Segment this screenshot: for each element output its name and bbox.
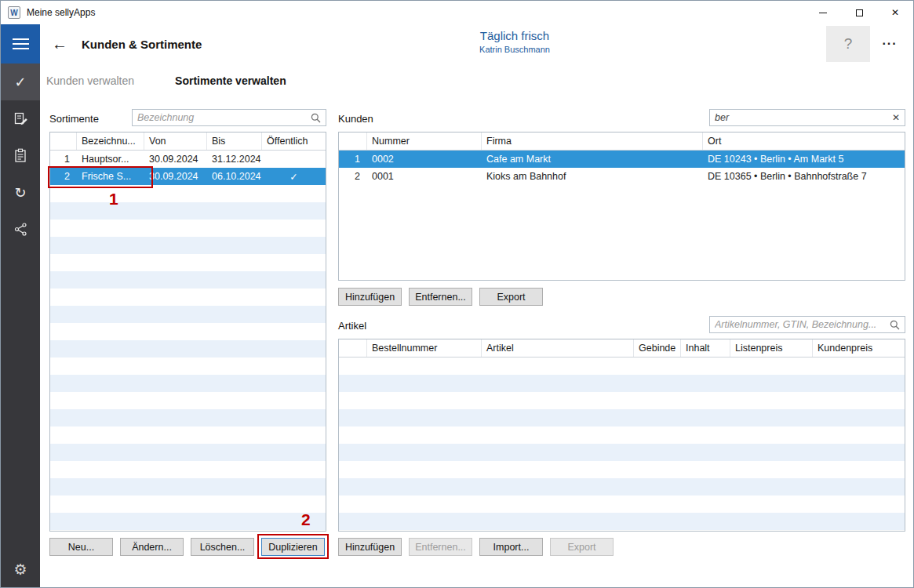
sortimente-label: Sortimente xyxy=(49,113,99,125)
sortimente-search xyxy=(132,109,326,126)
artikel-label: Artikel xyxy=(338,320,366,332)
sidebar-item-settings[interactable]: ⚙ xyxy=(1,551,40,587)
artikel-export-button[interactable]: Export xyxy=(550,538,614,556)
sortimente-row-2-selected[interactable]: 2 Frische S... 30.09.2024 06.10.2024 ✓ xyxy=(50,168,326,185)
kunden-table-body: 1 0002 Cafe am Markt DE 10243 • Berlin •… xyxy=(339,151,905,280)
sidebar-item-order-entry[interactable] xyxy=(1,100,40,137)
column-header-inhalt[interactable]: Inhalt xyxy=(681,339,730,357)
window-title: Meine sellyApps xyxy=(27,7,95,18)
kunden-table: Nummer Firma Ort 1 0002 Cafe am Markt DE… xyxy=(338,132,905,281)
app-window: W Meine sellyApps ✕ ← Kunden & Sortiment… xyxy=(0,0,914,588)
sidebar-item-check[interactable]: ✓ xyxy=(1,64,40,100)
artikel-import-button[interactable]: Import... xyxy=(479,538,543,556)
artikel-hinzufuegen-button[interactable]: Hinzufügen xyxy=(338,538,402,556)
duplizieren-button[interactable]: Duplizieren xyxy=(261,538,325,556)
more-button[interactable]: ··· xyxy=(874,24,905,64)
column-header-von[interactable]: Von xyxy=(144,132,207,150)
kunden-search-input[interactable] xyxy=(713,112,889,123)
pen-document-icon xyxy=(13,111,28,126)
column-header-nummer[interactable]: Nummer xyxy=(367,132,482,150)
artikel-search-input[interactable] xyxy=(713,319,887,330)
cell-bezeichnung: Hauptsor... xyxy=(77,154,144,165)
tab-sortimente-verwalten[interactable]: Sortimente verwalten xyxy=(175,74,286,87)
cell-nummer: 0001 xyxy=(367,171,482,182)
column-header[interactable] xyxy=(50,132,77,150)
hamburger-menu-button[interactable] xyxy=(1,24,40,64)
artikel-table-body xyxy=(339,358,905,531)
column-header-firma[interactable]: Firma xyxy=(482,132,703,150)
sortimente-table-header: Bezeichnu... Von Bis Öffentlich xyxy=(50,132,326,151)
kunden-export-button[interactable]: Export xyxy=(479,288,543,306)
cell-nr: 2 xyxy=(50,171,77,182)
cell-bis: 06.10.2024 xyxy=(207,171,262,182)
header: ← Kunden & Sortimente Täglich frisch Kat… xyxy=(1,24,913,64)
column-header-bis[interactable]: Bis xyxy=(207,132,262,150)
kunden-row-1-selected[interactable]: 1 0002 Cafe am Markt DE 10243 • Berlin •… xyxy=(339,151,905,168)
column-header-ort[interactable]: Ort xyxy=(703,132,905,150)
tab-bar: Kunden verwalten Sortimente verwalten xyxy=(46,64,286,98)
column-header-bezeichnung[interactable]: Bezeichnu... xyxy=(77,132,144,150)
kunden-hinzufuegen-button[interactable]: Hinzufügen xyxy=(338,288,402,306)
kunden-row-2[interactable]: 2 0001 Kioks am Bahnhof DE 10365 • Berli… xyxy=(339,168,905,185)
kunden-table-header: Nummer Firma Ort xyxy=(339,132,905,151)
context-title: Täglich frisch xyxy=(393,29,636,42)
search-icon xyxy=(890,320,900,330)
sidebar-item-lists[interactable] xyxy=(1,137,40,174)
kunden-entfernen-button[interactable]: Entfernen... xyxy=(409,288,472,306)
window-controls: ✕ xyxy=(805,1,913,24)
cell-nr: 2 xyxy=(339,171,367,182)
clipboard-icon xyxy=(13,148,27,163)
close-icon: ✕ xyxy=(891,8,899,17)
maximize-button[interactable] xyxy=(841,1,877,24)
maximize-icon xyxy=(856,9,863,16)
sidebar-item-sync[interactable]: ↻ xyxy=(1,174,40,211)
sync-icon: ↻ xyxy=(14,186,26,200)
sortimente-row-1[interactable]: 1 Hauptsor... 30.09.2024 31.12.2024 xyxy=(50,151,326,168)
artikel-entfernen-button[interactable]: Entfernen... xyxy=(409,538,472,556)
sidebar-item-share[interactable] xyxy=(1,211,40,248)
cell-von: 30.09.2024 xyxy=(144,171,207,182)
check-icon: ✓ xyxy=(14,75,26,89)
column-header-artikel[interactable]: Artikel xyxy=(482,339,634,357)
help-button[interactable]: ? xyxy=(826,26,870,62)
cell-firma: Kioks am Bahnhof xyxy=(482,171,703,182)
titlebar: W Meine sellyApps ✕ xyxy=(1,1,913,24)
context-block: Täglich frisch Katrin Buschmann xyxy=(393,29,636,54)
artikel-search xyxy=(709,316,905,333)
back-button[interactable]: ← xyxy=(46,24,73,64)
app-icon: W xyxy=(8,6,20,19)
column-header-bestellnummer[interactable]: Bestellnummer xyxy=(367,339,482,357)
cell-nr: 1 xyxy=(50,154,77,165)
column-header-gebinde[interactable]: Gebinde xyxy=(634,339,681,357)
hamburger-icon xyxy=(13,38,29,40)
clear-search-icon[interactable]: ✕ xyxy=(892,112,900,123)
sidebar: ✓ ↻ xyxy=(1,64,40,587)
search-icon xyxy=(311,113,321,123)
share-icon xyxy=(13,222,28,237)
sortimente-search-input[interactable] xyxy=(136,112,308,123)
neu-button[interactable]: Neu... xyxy=(49,538,113,556)
column-header-listenpreis[interactable]: Listenpreis xyxy=(730,339,813,357)
gear-icon: ⚙ xyxy=(13,561,27,579)
column-header-kundenpreis[interactable]: Kundenpreis xyxy=(813,339,905,357)
column-header[interactable] xyxy=(339,132,367,150)
cell-firma: Cafe am Markt xyxy=(482,154,703,165)
cell-ort: DE 10243 • Berlin • Am Markt 5 xyxy=(703,154,905,165)
loeschen-button[interactable]: Löschen... xyxy=(191,538,254,556)
cell-ort: DE 10365 • Berlin • Bahnhofstraße 7 xyxy=(703,171,905,182)
sortimente-table: Bezeichnu... Von Bis Öffentlich 1 Haupts… xyxy=(49,132,326,532)
main-content: Kunden verwalten Sortimente verwalten So… xyxy=(40,64,913,587)
close-button[interactable]: ✕ xyxy=(877,1,913,24)
cell-bis: 31.12.2024 xyxy=(207,154,262,165)
minimize-button[interactable] xyxy=(805,1,841,24)
context-subtitle: Katrin Buschmann xyxy=(393,45,636,54)
aendern-button[interactable]: Ändern... xyxy=(120,538,184,556)
kunden-search: ✕ xyxy=(709,109,905,126)
artikel-table-header: Bestellnummer Artikel Gebinde Inhalt Lis… xyxy=(339,339,905,358)
cell-nummer: 0002 xyxy=(367,154,482,165)
column-header[interactable] xyxy=(339,339,367,357)
tab-kunden-verwalten[interactable]: Kunden verwalten xyxy=(46,74,134,87)
page-title: Kunden & Sortimente xyxy=(82,24,202,64)
kunden-label: Kunden xyxy=(338,113,373,125)
column-header-oeffentlich[interactable]: Öffentlich xyxy=(262,132,326,150)
